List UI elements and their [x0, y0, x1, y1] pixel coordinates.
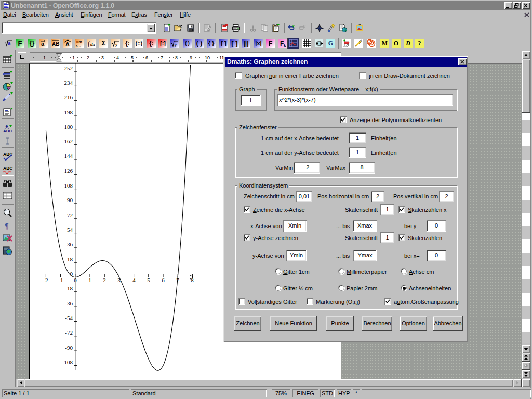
- svg-text:A: A: [65, 41, 70, 47]
- svg-text:y: y: [175, 42, 177, 47]
- svg-text:ABC: ABC: [3, 166, 12, 171]
- svg-text:y: y: [115, 42, 117, 47]
- svg-text:dx: dx: [90, 42, 96, 47]
- svg-text:ABC: ABC: [3, 129, 12, 134]
- svg-text:k: k: [284, 43, 286, 48]
- svg-text:AB: AB: [52, 41, 59, 47]
- svg-text:a: a: [8, 41, 11, 46]
- svg-text:A: A: [5, 124, 8, 128]
- svg-text:a: a: [41, 41, 45, 47]
- svg-text:x→: x→: [76, 44, 82, 47]
- svg-text:∫: ∫: [87, 40, 90, 47]
- svg-text:¶: ¶: [5, 222, 9, 230]
